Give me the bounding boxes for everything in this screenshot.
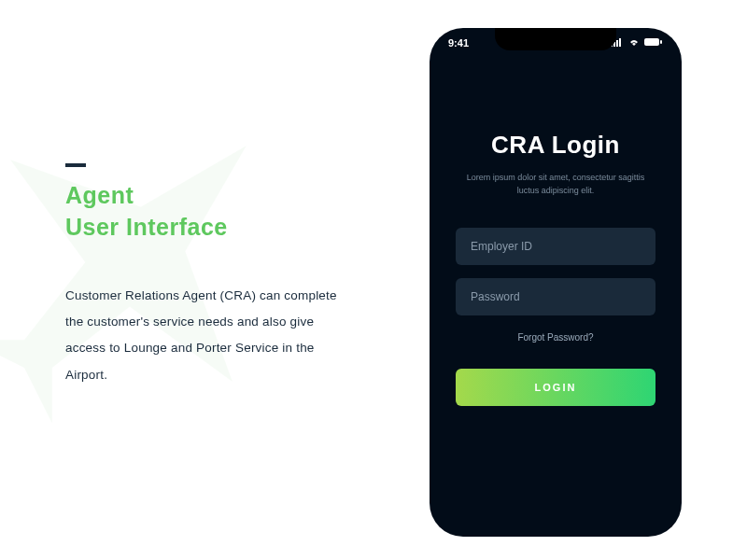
svg-rect-2: [616, 40, 618, 47]
login-button[interactable]: LOGIN: [456, 369, 655, 406]
battery-icon: [644, 37, 663, 49]
section-description: Customer Relations Agent (CRA) can compl…: [65, 283, 345, 388]
phone-mockup: 9:41 CRA Login Lorem ipsum dolor sit ame…: [430, 28, 682, 537]
section-heading: Agent User Interface: [65, 180, 345, 244]
password-field[interactable]: [456, 278, 655, 315]
login-subtitle: Lorem ipsum dolor sit amet, consectetur …: [456, 171, 655, 198]
heading-line-1: Agent: [65, 182, 134, 208]
login-screen: CRA Login Lorem ipsum dolor sit amet, co…: [430, 28, 682, 406]
svg-rect-4: [644, 38, 659, 46]
accent-bar: [65, 163, 86, 167]
forgot-password-link[interactable]: Forgot Password?: [456, 332, 655, 343]
phone-notch: [495, 28, 616, 50]
wifi-icon: [627, 37, 641, 49]
status-indicators: [611, 37, 663, 49]
svg-rect-3: [619, 38, 621, 47]
heading-line-2: User Interface: [65, 214, 228, 240]
login-title: CRA Login: [456, 131, 655, 160]
employer-id-field[interactable]: [456, 228, 655, 265]
svg-rect-5: [660, 40, 662, 44]
status-time: 9:41: [448, 37, 469, 49]
left-content: Agent User Interface Customer Relations …: [65, 163, 345, 388]
